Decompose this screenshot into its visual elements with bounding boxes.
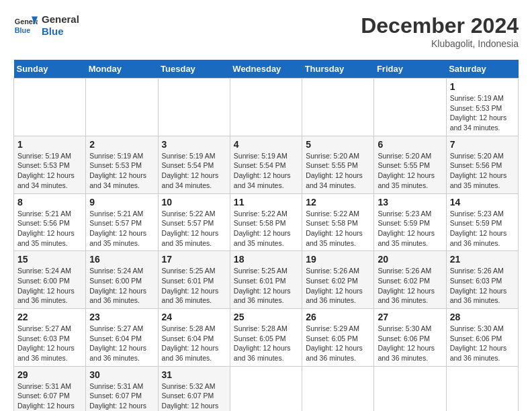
day-info: Sunrise: 5:23 AMSunset: 5:59 PMDaylight:…	[450, 209, 515, 248]
day-info: Sunrise: 5:25 AMSunset: 6:01 PMDaylight:…	[162, 266, 226, 306]
calendar-cell	[374, 79, 446, 136]
day-number: 31	[162, 369, 226, 380]
day-info: Sunrise: 5:26 AMSunset: 6:02 PMDaylight:…	[378, 266, 442, 306]
day-number: 3	[162, 139, 226, 150]
day-number: 22	[17, 312, 82, 322]
calendar-cell	[446, 366, 518, 411]
day-info: Sunrise: 5:31 AMSunset: 6:07 PMDaylight:…	[89, 381, 154, 411]
calendar-cell: 23Sunrise: 5:27 AMSunset: 6:04 PMDayligh…	[86, 309, 158, 367]
col-thursday: Thursday	[302, 60, 374, 79]
day-info: Sunrise: 5:20 AMSunset: 5:56 PMDaylight:…	[450, 151, 515, 191]
day-info: Sunrise: 5:31 AMSunset: 6:07 PMDaylight:…	[17, 381, 82, 411]
calendar-cell: 26Sunrise: 5:29 AMSunset: 6:05 PMDayligh…	[302, 309, 374, 367]
calendar-cell	[230, 366, 302, 411]
day-info: Sunrise: 5:27 AMSunset: 6:04 PMDaylight:…	[89, 324, 154, 363]
logo-icon: General Blue	[13, 13, 38, 38]
calendar-cell: 6Sunrise: 5:20 AMSunset: 5:55 PMDaylight…	[374, 136, 446, 193]
col-monday: Monday	[86, 60, 158, 79]
location-subtitle: Klubagolit, Indonesia	[361, 38, 519, 49]
day-number: 21	[450, 254, 515, 265]
calendar-cell: 18Sunrise: 5:25 AMSunset: 6:01 PMDayligh…	[230, 251, 302, 309]
calendar-cell	[14, 79, 86, 136]
calendar-cell: 31Sunrise: 5:32 AMSunset: 6:07 PMDayligh…	[158, 366, 230, 411]
day-number: 29	[17, 369, 82, 380]
day-number: 30	[89, 369, 154, 380]
calendar-cell: 10Sunrise: 5:22 AMSunset: 5:57 PMDayligh…	[158, 193, 230, 251]
day-number: 2	[89, 139, 154, 150]
calendar-cell: 22Sunrise: 5:27 AMSunset: 6:03 PMDayligh…	[14, 309, 86, 367]
day-number: 6	[378, 139, 442, 150]
day-number: 5	[306, 139, 370, 150]
day-info: Sunrise: 5:20 AMSunset: 5:55 PMDaylight:…	[378, 151, 442, 191]
day-info: Sunrise: 5:22 AMSunset: 5:57 PMDaylight:…	[162, 209, 226, 248]
calendar-cell: 11Sunrise: 5:22 AMSunset: 5:58 PMDayligh…	[230, 193, 302, 251]
page-header: General Blue General Blue December 2024 …	[13, 13, 519, 49]
week-row-2: 1Sunrise: 5:19 AMSunset: 5:53 PMDaylight…	[14, 136, 519, 193]
day-number: 13	[378, 197, 442, 208]
day-info: Sunrise: 5:24 AMSunset: 6:00 PMDaylight:…	[89, 266, 154, 306]
calendar-cell: 30Sunrise: 5:31 AMSunset: 6:07 PMDayligh…	[86, 366, 158, 411]
day-number: 27	[378, 312, 442, 322]
month-title: December 2024	[361, 13, 519, 38]
calendar-cell: 17Sunrise: 5:25 AMSunset: 6:01 PMDayligh…	[158, 251, 230, 309]
day-info: Sunrise: 5:28 AMSunset: 6:04 PMDaylight:…	[162, 324, 226, 363]
calendar-cell: 28Sunrise: 5:30 AMSunset: 6:06 PMDayligh…	[446, 309, 518, 367]
col-sunday: Sunday	[14, 60, 86, 79]
calendar-cell: 1Sunrise: 5:19 AMSunset: 5:53 PMDaylight…	[14, 136, 86, 193]
calendar-cell	[158, 79, 230, 136]
day-number: 17	[162, 254, 226, 265]
calendar-cell: 2Sunrise: 5:19 AMSunset: 5:53 PMDaylight…	[86, 136, 158, 193]
day-number: 9	[89, 197, 154, 208]
week-row-4: 15Sunrise: 5:24 AMSunset: 6:00 PMDayligh…	[14, 251, 519, 309]
day-number: 23	[89, 312, 154, 322]
calendar-cell: 16Sunrise: 5:24 AMSunset: 6:00 PMDayligh…	[86, 251, 158, 309]
day-info: Sunrise: 5:32 AMSunset: 6:07 PMDaylight:…	[162, 381, 226, 411]
calendar-cell: 27Sunrise: 5:30 AMSunset: 6:06 PMDayligh…	[374, 309, 446, 367]
calendar-cell: 19Sunrise: 5:26 AMSunset: 6:02 PMDayligh…	[302, 251, 374, 309]
svg-text:Blue: Blue	[15, 26, 30, 34]
logo-line1: General	[42, 13, 79, 26]
day-number: 7	[450, 139, 515, 150]
day-info: Sunrise: 5:28 AMSunset: 6:05 PMDaylight:…	[234, 324, 298, 363]
day-number: 1	[17, 139, 82, 150]
day-number: 11	[234, 197, 298, 208]
calendar-cell: 24Sunrise: 5:28 AMSunset: 6:04 PMDayligh…	[158, 309, 230, 367]
day-number: 15	[17, 254, 82, 265]
day-info: Sunrise: 5:30 AMSunset: 6:06 PMDaylight:…	[450, 324, 515, 363]
calendar-cell: 29Sunrise: 5:31 AMSunset: 6:07 PMDayligh…	[14, 366, 86, 411]
day-info: Sunrise: 5:27 AMSunset: 6:03 PMDaylight:…	[17, 324, 82, 363]
week-row-3: 8Sunrise: 5:21 AMSunset: 5:56 PMDaylight…	[14, 193, 519, 251]
day-info: Sunrise: 5:19 AMSunset: 5:53 PMDaylight:…	[450, 93, 515, 133]
day-number: 12	[306, 197, 370, 208]
week-row-6: 29Sunrise: 5:31 AMSunset: 6:07 PMDayligh…	[14, 366, 519, 411]
day-number: 19	[306, 254, 370, 265]
calendar-cell	[302, 366, 374, 411]
col-tuesday: Tuesday	[158, 60, 230, 79]
title-block: December 2024 Klubagolit, Indonesia	[361, 13, 519, 49]
calendar-cell: 1Sunrise: 5:19 AMSunset: 5:53 PMDaylight…	[446, 79, 518, 136]
day-info: Sunrise: 5:19 AMSunset: 5:53 PMDaylight:…	[17, 151, 82, 191]
day-info: Sunrise: 5:29 AMSunset: 6:05 PMDaylight:…	[306, 324, 370, 363]
calendar-table: Sunday Monday Tuesday Wednesday Thursday…	[13, 60, 519, 411]
day-number: 16	[89, 254, 154, 265]
day-number: 20	[378, 254, 442, 265]
calendar-cell	[374, 366, 446, 411]
calendar-cell: 4Sunrise: 5:19 AMSunset: 5:54 PMDaylight…	[230, 136, 302, 193]
day-info: Sunrise: 5:25 AMSunset: 6:01 PMDaylight:…	[234, 266, 298, 306]
calendar-cell: 7Sunrise: 5:20 AMSunset: 5:56 PMDaylight…	[446, 136, 518, 193]
day-info: Sunrise: 5:19 AMSunset: 5:53 PMDaylight:…	[89, 151, 154, 191]
logo: General Blue General Blue	[13, 13, 79, 38]
day-number: 14	[450, 197, 515, 208]
day-info: Sunrise: 5:21 AMSunset: 5:56 PMDaylight:…	[17, 209, 82, 248]
calendar-cell: 12Sunrise: 5:22 AMSunset: 5:58 PMDayligh…	[302, 193, 374, 251]
col-saturday: Saturday	[446, 60, 518, 79]
calendar-cell: 15Sunrise: 5:24 AMSunset: 6:00 PMDayligh…	[14, 251, 86, 309]
col-friday: Friday	[374, 60, 446, 79]
day-info: Sunrise: 5:22 AMSunset: 5:58 PMDaylight:…	[306, 209, 370, 248]
day-info: Sunrise: 5:26 AMSunset: 6:03 PMDaylight:…	[450, 266, 515, 306]
day-info: Sunrise: 5:21 AMSunset: 5:57 PMDaylight:…	[89, 209, 154, 248]
day-info: Sunrise: 5:19 AMSunset: 5:54 PMDaylight:…	[162, 151, 226, 191]
day-number: 8	[17, 197, 82, 208]
day-info: Sunrise: 5:26 AMSunset: 6:02 PMDaylight:…	[306, 266, 370, 306]
calendar-cell	[302, 79, 374, 136]
